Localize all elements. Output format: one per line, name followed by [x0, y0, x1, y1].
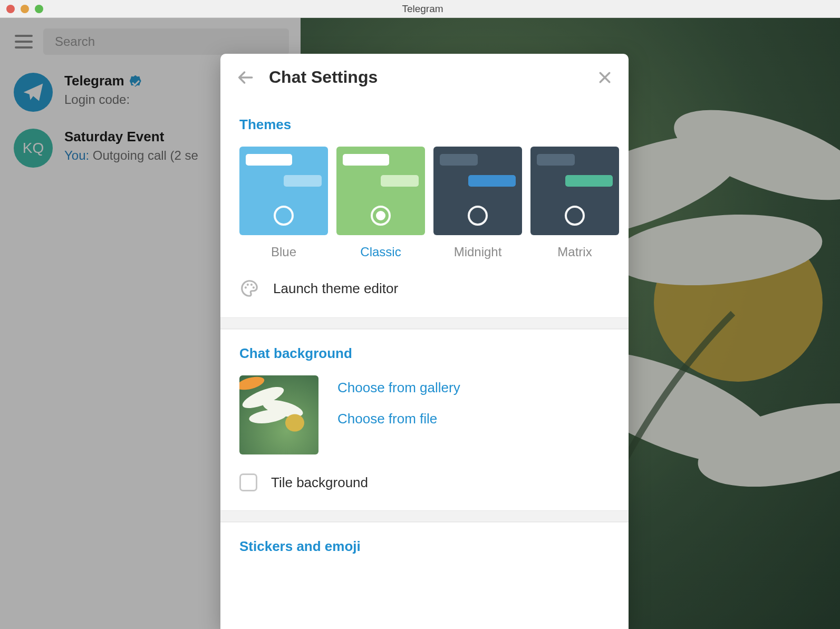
radio-icon [468, 206, 488, 226]
theme-label: Blue [239, 245, 328, 259]
themes-row: BlueClassicMidnightMatrix [239, 147, 610, 259]
theme-preview [239, 147, 328, 235]
stickers-heading: Stickers and emoji [239, 538, 610, 555]
radio-icon [565, 206, 585, 226]
background-row: Choose from gallery Choose from file [239, 375, 610, 454]
choose-from-gallery-button[interactable]: Choose from gallery [337, 380, 460, 396]
chat-settings-dialog: Chat Settings Themes BlueClassicMidnight… [220, 54, 629, 629]
svg-point-16 [285, 414, 304, 432]
radio-icon [371, 206, 391, 226]
svg-point-8 [247, 284, 249, 286]
stickers-section: Stickers and emoji [220, 522, 629, 574]
radio-icon [274, 206, 294, 226]
theme-preview [336, 147, 425, 235]
background-links: Choose from gallery Choose from file [337, 375, 460, 427]
theme-option-matrix[interactable]: Matrix [530, 147, 619, 259]
themes-heading: Themes [239, 117, 610, 133]
dialog-header: Chat Settings [220, 54, 629, 101]
dialog-title: Chat Settings [269, 67, 582, 87]
svg-point-7 [245, 286, 247, 288]
theme-label: Matrix [530, 245, 619, 259]
background-section: Chat background [220, 329, 629, 510]
theme-option-blue[interactable]: Blue [239, 147, 328, 259]
theme-label: Midnight [433, 245, 522, 259]
palette-icon [239, 278, 259, 298]
app-title: Telegram [12, 3, 834, 15]
theme-preview [530, 147, 619, 235]
background-thumbnail[interactable] [239, 375, 318, 454]
tile-background-label: Tile background [271, 475, 368, 491]
back-icon[interactable] [236, 69, 254, 86]
tile-background-checkbox[interactable]: Tile background [239, 473, 610, 491]
svg-point-10 [253, 286, 255, 288]
svg-point-9 [250, 284, 253, 286]
section-gap [220, 510, 629, 522]
checkbox-icon [239, 473, 257, 491]
launch-theme-editor-label: Launch theme editor [273, 280, 398, 297]
dialog-body: Themes BlueClassicMidnightMatrix Launch … [220, 101, 629, 629]
titlebar: Telegram [0, 0, 840, 18]
themes-section: Themes BlueClassicMidnightMatrix Launch … [220, 101, 629, 317]
background-heading: Chat background [239, 345, 610, 362]
theme-option-midnight[interactable]: Midnight [433, 147, 522, 259]
theme-preview [433, 147, 522, 235]
theme-option-classic[interactable]: Classic [336, 147, 425, 259]
section-gap [220, 317, 629, 329]
launch-theme-editor-button[interactable]: Launch theme editor [239, 278, 610, 298]
close-icon[interactable] [597, 70, 613, 85]
theme-label: Classic [336, 245, 425, 259]
choose-from-file-button[interactable]: Choose from file [337, 411, 460, 427]
